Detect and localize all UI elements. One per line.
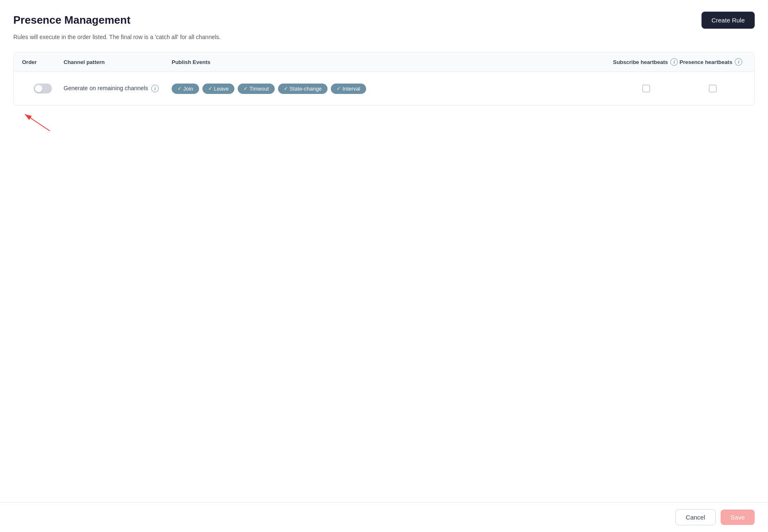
save-button[interactable]: Save (721, 510, 755, 525)
col-header-order: Order (22, 58, 64, 66)
event-chip-interval: ✓ Interval (331, 84, 366, 94)
channel-pattern-cell: Generate on remaining channels i (64, 84, 172, 93)
presence-heartbeats-info-icon[interactable]: i (735, 58, 742, 66)
create-rule-button[interactable]: Create Rule (702, 12, 755, 29)
presence-heartbeats-cell (679, 85, 746, 92)
publish-events-cell: ✓ Join ✓ Leave ✓ Timeout ✓ State-change … (172, 84, 613, 94)
rule-toggle[interactable] (34, 84, 52, 94)
subscribe-heartbeats-info-icon[interactable]: i (670, 58, 678, 66)
annotation-arrow (21, 112, 54, 133)
toggle-track (34, 84, 52, 94)
subscribe-heartbeats-checkbox[interactable] (642, 85, 650, 92)
check-icon-leave: ✓ (208, 86, 212, 91)
cancel-button[interactable]: Cancel (675, 509, 716, 525)
table-row: Generate on remaining channels i ✓ Join … (14, 72, 754, 105)
col-header-publish-events: Publish Events (172, 58, 613, 66)
subscribe-heartbeats-cell (613, 85, 679, 92)
check-icon-interval: ✓ (337, 86, 341, 91)
table-header: Order Channel pattern Publish Events Sub… (14, 52, 754, 72)
event-chip-state-change: ✓ State-change (278, 84, 327, 94)
page-subtitle: Rules will execute in the order listed. … (13, 34, 755, 40)
col-header-presence-heartbeats: Presence heartbeats i (679, 58, 746, 66)
order-cell (22, 84, 64, 94)
check-icon-timeout: ✓ (244, 86, 248, 91)
event-chip-leave: ✓ Leave (202, 84, 234, 94)
header-row: Presence Management Create Rule (13, 12, 755, 29)
svg-line-1 (25, 114, 50, 131)
check-icon-join: ✓ (177, 86, 182, 91)
presence-heartbeats-checkbox[interactable] (709, 85, 716, 92)
event-chip-timeout: ✓ Timeout (238, 84, 274, 94)
col-header-subscribe-heartbeats: Subscribe heartbeats i (613, 58, 679, 66)
page-title: Presence Management (13, 14, 130, 27)
channel-pattern-info-icon[interactable]: i (151, 85, 159, 92)
page-wrapper: Presence Management Create Rule Rules wi… (0, 0, 768, 106)
check-icon-state-change: ✓ (284, 86, 288, 91)
footer: Cancel Save (0, 502, 768, 532)
channel-pattern-text: Generate on remaining channels (64, 84, 148, 93)
col-header-channel-pattern: Channel pattern (64, 58, 172, 66)
toggle-thumb (35, 85, 42, 92)
rules-table: Order Channel pattern Publish Events Sub… (13, 52, 755, 106)
event-chip-join: ✓ Join (172, 84, 199, 94)
